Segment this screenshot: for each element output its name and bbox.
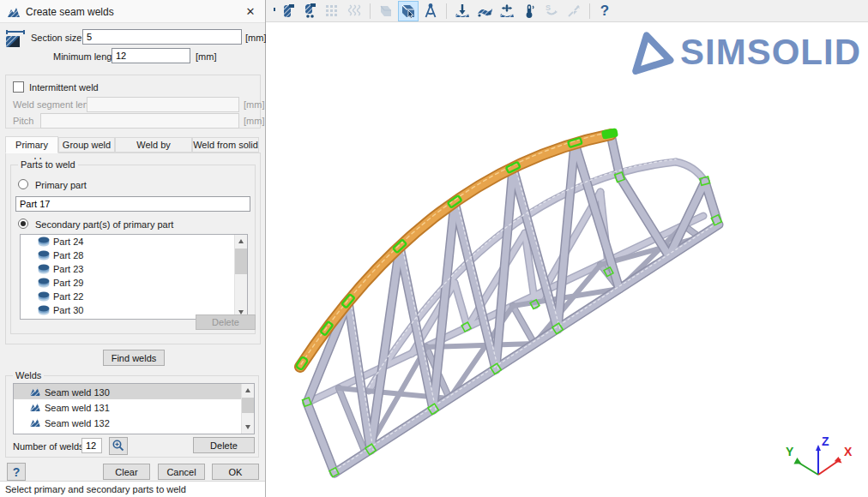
help-button[interactable]: ? bbox=[7, 463, 26, 481]
intermittent-weld-checkbox[interactable] bbox=[13, 81, 24, 93]
scroll-up-icon[interactable] bbox=[242, 384, 255, 397]
spot-weld-toolbar-icon[interactable] bbox=[299, 1, 320, 21]
list-item[interactable]: Seam weld 133 bbox=[14, 430, 254, 434]
list-item[interactable]: Seam weld 132 bbox=[14, 415, 254, 430]
scrollbar-thumb[interactable] bbox=[242, 398, 255, 413]
part-icon bbox=[38, 237, 50, 247]
section-size-icon bbox=[5, 27, 27, 48]
thermal-load-icon[interactable] bbox=[519, 1, 539, 21]
secondary-parts-radio-label: Secondary part(s) of primary part bbox=[35, 219, 173, 230]
part-icon bbox=[38, 305, 50, 315]
tab-weld-by-lines-edges[interactable]: Weld by lines/edges bbox=[115, 137, 192, 153]
y-axis-label: Y bbox=[786, 445, 794, 458]
primary-part-input[interactable] bbox=[15, 196, 250, 212]
model-viewport[interactable]: SIMSOLID bbox=[266, 23, 868, 497]
parts-to-weld-groupbox: Parts to weld Primary part Secondary par… bbox=[10, 165, 256, 334]
welds-list[interactable]: Seam weld 130 Seam weld 131 Seam weld 13… bbox=[13, 383, 255, 434]
intermittent-weld-label: Intermittent weld bbox=[29, 82, 99, 93]
welds-groupbox: Welds Seam weld 130 Seam weld 131 Seam w… bbox=[5, 375, 259, 458]
axis-triad: Z X Y bbox=[786, 434, 853, 488]
toolbar-separator bbox=[370, 3, 371, 19]
springs-icon[interactable] bbox=[344, 1, 365, 21]
minimum-length-unit: [mm] bbox=[196, 51, 216, 62]
seam-weld-icon bbox=[29, 433, 41, 434]
list-item[interactable]: Part 22 bbox=[21, 290, 247, 303]
part-icon bbox=[38, 250, 50, 260]
parts-to-weld-label: Parts to weld bbox=[18, 159, 78, 170]
scrollbar-thumb[interactable] bbox=[235, 248, 248, 274]
minimum-length-input[interactable] bbox=[112, 48, 190, 63]
seam-weld-icon bbox=[29, 386, 41, 397]
list-item[interactable]: Part 23 bbox=[21, 262, 247, 276]
create-seam-welds-dialog: Create seam welds ✕ Section size [mm] Mi… bbox=[0, 0, 266, 497]
list-item[interactable]: Part 29 bbox=[21, 276, 247, 290]
weld-segment-length-input[interactable] bbox=[87, 97, 239, 112]
status-bar: Select primary and secondary parts to we… bbox=[0, 481, 265, 497]
list-item[interactable]: Part 24 bbox=[21, 235, 247, 248]
support-icon[interactable] bbox=[452, 1, 473, 21]
clear-button[interactable]: Clear bbox=[103, 464, 150, 480]
measure-compass-icon[interactable] bbox=[420, 1, 441, 21]
number-of-welds-value bbox=[81, 438, 102, 453]
close-icon[interactable]: ✕ bbox=[243, 4, 258, 20]
seam-weld-icon bbox=[29, 402, 41, 412]
clipped-weld-icon[interactable] bbox=[267, 1, 275, 21]
seam-weld-icon bbox=[7, 6, 21, 18]
scroll-up-icon[interactable] bbox=[235, 235, 248, 248]
toolbar-help-icon[interactable]: ? bbox=[595, 1, 614, 21]
sheet-stack-icon[interactable] bbox=[376, 1, 396, 21]
welds-label: Welds bbox=[13, 370, 44, 380]
find-connections-icon[interactable] bbox=[398, 1, 419, 21]
parts-delete-button[interactable]: Delete bbox=[196, 314, 256, 330]
main-toolbar: S ? bbox=[266, 0, 868, 22]
intermittent-groupbox: Intermittent weld Weld segment length [m… bbox=[5, 75, 261, 129]
secondary-parts-radio[interactable] bbox=[18, 219, 28, 229]
list-item[interactable]: Part 28 bbox=[21, 248, 247, 262]
primary-part-radio[interactable] bbox=[18, 179, 28, 189]
scroll-down-icon[interactable] bbox=[242, 421, 255, 434]
x-axis-label: X bbox=[844, 445, 853, 458]
primary-part-radio-label: Primary part bbox=[35, 180, 87, 190]
pitch-label: Pitch bbox=[13, 116, 33, 126]
status-text: Select primary and secondary parts to we… bbox=[5, 484, 186, 494]
weld-segment-length-unit: [mm] bbox=[244, 99, 264, 110]
svg-text:S: S bbox=[546, 3, 551, 12]
seam-weld-toolbar-icon[interactable] bbox=[277, 1, 298, 21]
application-window: Create seam welds ✕ Section size [mm] Mi… bbox=[0, 0, 868, 497]
tab-primary-weld[interactable]: Primary weld bbox=[5, 136, 58, 153]
zoom-to-welds-button[interactable] bbox=[109, 437, 128, 455]
grid-icon[interactable] bbox=[322, 1, 342, 21]
section-size-input[interactable] bbox=[82, 29, 242, 45]
magnifier-icon bbox=[112, 440, 124, 452]
resize-disabled-icon[interactable] bbox=[564, 1, 584, 21]
find-welds-button[interactable]: Find welds bbox=[103, 350, 165, 366]
moment-load-icon[interactable] bbox=[474, 1, 495, 21]
displacement-icon[interactable] bbox=[497, 1, 517, 21]
pitch-unit: [mm] bbox=[244, 116, 264, 126]
dialog-titlebar[interactable]: Create seam welds ✕ bbox=[0, 0, 265, 23]
parts-list-scrollbar[interactable] bbox=[234, 235, 247, 319]
toolbar-separator bbox=[589, 3, 590, 19]
section-size-label: Section size bbox=[31, 33, 81, 43]
part-icon bbox=[38, 291, 50, 302]
list-item[interactable]: Seam weld 131 bbox=[14, 399, 254, 415]
pitch-input[interactable] bbox=[40, 113, 239, 129]
section-size-unit: [mm] bbox=[245, 33, 266, 43]
welds-delete-button[interactable]: Delete bbox=[193, 437, 255, 453]
spot-disabled-icon[interactable]: S bbox=[541, 1, 562, 21]
minimum-length-label: Minimum length bbox=[53, 51, 120, 62]
cancel-button[interactable]: Cancel bbox=[158, 464, 205, 480]
secondary-parts-list[interactable]: Part 24 Part 28 Part 23 Part 29 Part 22 bbox=[20, 234, 248, 320]
seam-weld-icon bbox=[29, 417, 41, 428]
welds-list-scrollbar[interactable] bbox=[241, 384, 254, 434]
part-icon bbox=[38, 264, 50, 274]
part-icon bbox=[38, 278, 50, 288]
ok-button[interactable]: OK bbox=[212, 464, 259, 480]
z-axis-label: Z bbox=[822, 434, 829, 448]
tab-group-weld[interactable]: Group weld bbox=[58, 137, 115, 153]
number-of-welds-label: Number of welds bbox=[13, 441, 84, 452]
list-item-selected[interactable]: Seam weld 130 bbox=[14, 384, 254, 399]
bridge-model[interactable] bbox=[266, 23, 868, 497]
tab-weld-from-solid[interactable]: Weld from solid bbox=[192, 137, 259, 153]
toolbar-separator bbox=[446, 3, 447, 19]
